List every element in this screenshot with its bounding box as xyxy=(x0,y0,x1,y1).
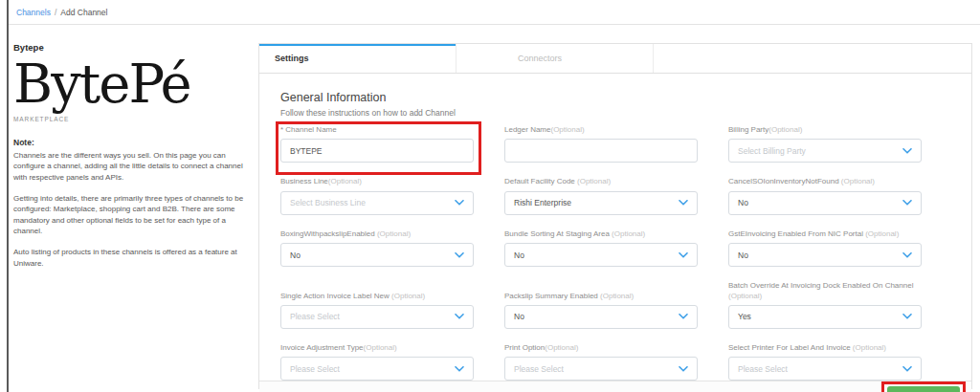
field-label: Business Line(Optional) xyxy=(280,177,474,186)
batch-override-at-invoicing-dock-enabled-on-channel-select[interactable]: Yes xyxy=(728,305,922,329)
chevron-down-icon xyxy=(679,366,688,372)
field-label: Billing Party(Optional) xyxy=(728,125,922,135)
field-boxing-with-packslip-enabled: BoxingWithpackslipEnabled (Optional) No xyxy=(280,229,474,267)
field-label: Batch Override At Invoicing Dock Enabled… xyxy=(728,281,922,301)
tab-settings[interactable]: Settings xyxy=(259,44,457,73)
chevron-down-icon xyxy=(455,366,464,372)
business-line-select[interactable]: Select Business Line xyxy=(280,191,474,215)
field-print-option: Print Option(Optional) Please Select xyxy=(504,343,698,381)
channel-title: Bytepe xyxy=(13,42,255,53)
save-and-next-button[interactable]: Save & Next xyxy=(887,386,960,392)
select-printer-for-label-and-invoice-select[interactable]: Please Select xyxy=(728,357,922,381)
field-label: Select Printer For Label And Invoice (Op… xyxy=(728,343,922,353)
settings-tab-content: General Information Follow these instruc… xyxy=(259,74,971,381)
field-label: BoxingWithpackslipEnabled (Optional) xyxy=(280,229,474,239)
chevron-down-icon xyxy=(679,200,688,206)
field-label: Ledger Name(Optional) xyxy=(504,125,698,135)
marketplace-label: MARKETPLACE xyxy=(13,116,255,122)
note-paragraph-3: Auto listing of products in these channe… xyxy=(13,247,255,269)
ledger-name-input[interactable] xyxy=(504,139,698,163)
chevron-down-icon xyxy=(455,252,464,258)
chevron-down-icon xyxy=(902,200,912,206)
breadcrumb: Channels / Add Channel xyxy=(9,0,980,25)
form-footer: Cancel Save & Next xyxy=(259,381,971,392)
field-label: Packslip Summary Enabled (Optional) xyxy=(504,292,698,301)
boxing-with-packslip-enabled-select[interactable]: No xyxy=(280,243,474,267)
chevron-down-icon xyxy=(902,252,912,258)
field-packslip-summary-enabled: Packslip Summary Enabled (Optional) No xyxy=(504,281,698,329)
field-label: GstEInvoicing Enabled From NIC Portal (O… xyxy=(728,229,922,239)
field-invoice-adjustment-type: Invoice Adjustment Type(Optional) Please… xyxy=(280,343,474,381)
note-title: Note: xyxy=(13,138,255,147)
field-select-printer-for-label-and-invoice: Select Printer For Label And Invoice (Op… xyxy=(728,343,922,381)
window-left-edge xyxy=(7,0,9,392)
field-label: CancelSOIonInventoryNotFound (Optional) xyxy=(728,177,922,186)
chevron-down-icon xyxy=(455,314,464,319)
field-ledger-name: Ledger Name(Optional) xyxy=(504,125,698,163)
field-gst-einvoicing-enabled-from-nic-portal: GstEInvoicing Enabled From NIC Portal (O… xyxy=(728,229,922,267)
save-button-wrap: Save & Next xyxy=(887,386,960,392)
field-default-facility-code: Default Facility Code (Optional) Rishi E… xyxy=(504,177,698,214)
chevron-down-icon xyxy=(679,314,688,319)
field-batch-override-at-invoicing-dock-enabled-on-channel: Batch Override At Invoicing Dock Enabled… xyxy=(728,281,922,329)
packslip-summary-enabled-select[interactable]: No xyxy=(504,305,698,329)
chevron-down-icon xyxy=(902,366,912,372)
breadcrumb-channels-link[interactable]: Channels xyxy=(16,8,51,17)
add-channel-panel: Settings Connectors General Information … xyxy=(258,43,972,389)
section-subtitle: Follow these instructions on how to add … xyxy=(280,108,950,118)
field-single-action-invoice-label-new: Single Action Invoice Label New (Optiona… xyxy=(280,281,474,329)
single-action-invoice-label-new-select[interactable]: Please Select xyxy=(280,305,474,329)
field-cancel-soi-on-inventory-not-found: CancelSOIonInventoryNotFound (Optional) … xyxy=(728,177,922,214)
default-facility-code-select[interactable]: Rishi Enterprise xyxy=(504,191,698,215)
chevron-down-icon xyxy=(455,200,464,206)
channel-info-sidebar: Bytepe BytePé MARKETPLACE Note: Channels… xyxy=(13,42,255,278)
cancel-soi-on-inventory-not-found-select[interactable]: No xyxy=(728,191,922,215)
gst-einvoicing-enabled-from-nic-portal-select[interactable]: No xyxy=(728,243,922,267)
fields-grid: * Channel Name Ledger Name(Optional) Bil… xyxy=(280,125,950,381)
field-business-line: Business Line(Optional) Select Business … xyxy=(280,177,474,214)
field-channel-name: * Channel Name xyxy=(280,125,474,163)
note-paragraph-2: Getting into details, there are primaril… xyxy=(13,193,255,237)
chevron-down-icon xyxy=(902,148,912,154)
note-paragraph-1: Channels are the different ways you sell… xyxy=(13,150,255,184)
breadcrumb-current: Add Channel xyxy=(60,8,107,17)
field-billing-party: Billing Party(Optional) Select Billing P… xyxy=(728,125,922,163)
breadcrumb-separator: / xyxy=(55,8,56,17)
field-label: Default Facility Code (Optional) xyxy=(504,177,698,186)
tab-connectors[interactable]: Connectors xyxy=(457,44,654,73)
chevron-down-icon xyxy=(902,314,912,319)
billing-party-select[interactable]: Select Billing Party xyxy=(728,139,922,163)
tab-bar: Settings Connectors xyxy=(259,44,971,74)
section-title: General Information xyxy=(280,91,950,104)
channel-name-input[interactable] xyxy=(280,139,474,163)
field-label: Bundle Sorting At Staging Area (Optional… xyxy=(504,229,698,239)
field-bundle-sorting-at-staging-area: Bundle Sorting At Staging Area (Optional… xyxy=(504,229,698,267)
field-label: * Channel Name xyxy=(280,125,474,135)
print-option-select[interactable]: Please Select xyxy=(504,357,698,381)
field-label: Single Action Invoice Label New (Optiona… xyxy=(280,292,474,301)
invoice-adjustment-type-select[interactable]: Please Select xyxy=(280,357,474,381)
field-label: Invoice Adjustment Type(Optional) xyxy=(280,343,474,353)
field-label: Print Option(Optional) xyxy=(504,343,698,353)
bundle-sorting-at-staging-area-select[interactable]: No xyxy=(504,243,698,267)
bytepe-logo: BytePé xyxy=(13,56,255,113)
chevron-down-icon xyxy=(679,252,688,258)
